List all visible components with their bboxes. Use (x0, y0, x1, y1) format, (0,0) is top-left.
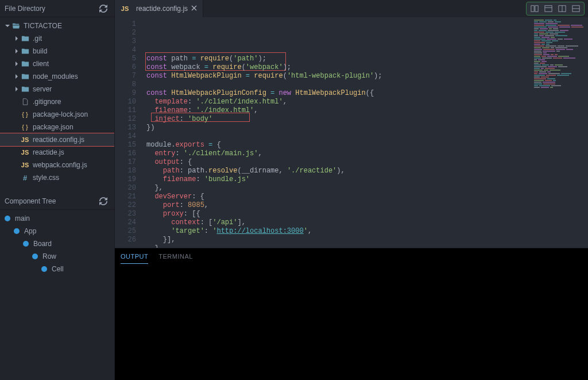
component-name: App (24, 227, 36, 235)
close-icon (191, 5, 197, 11)
terminal-tab[interactable]: TERMINAL (158, 250, 193, 263)
line-number: 12 (115, 115, 136, 124)
chevron-down-icon (5, 24, 10, 28)
code-line[interactable]: module.exports = { (141, 141, 588, 149)
line-number: 25 (115, 227, 136, 236)
code-line[interactable]: const HtmlWebpackPlugin = require('html-… (141, 72, 588, 80)
layout-button-2[interactable] (556, 3, 568, 14)
folder-icon (21, 60, 29, 68)
line-number: 23 (115, 210, 136, 218)
code-line[interactable]: filename: './index.html', (141, 106, 588, 115)
file-icon (21, 98, 29, 106)
line-number: 20 (115, 184, 136, 193)
layout-button-1[interactable] (543, 3, 554, 14)
chevron-right-icon (14, 36, 20, 41)
refresh-icon (99, 197, 107, 205)
file-tree-item[interactable]: { }package-lock.json (0, 108, 114, 121)
output-tab[interactable]: OUTPUT (121, 250, 148, 264)
minimap[interactable] (531, 17, 588, 248)
file-name: reactide.config.js (33, 136, 84, 144)
component-tree-item[interactable]: App (0, 225, 114, 237)
file-tree-item[interactable]: { }package.json (0, 121, 114, 133)
node-dot-icon (14, 228, 20, 234)
file-name: node_modules (33, 72, 78, 80)
close-tab-button[interactable] (191, 5, 197, 13)
chevron-right-icon (14, 62, 20, 66)
component-name: Row (42, 252, 56, 260)
bottom-panel: OUTPUT TERMINAL (115, 248, 588, 380)
split-vertical-button[interactable] (529, 3, 540, 14)
layout-button-3[interactable] (570, 3, 582, 14)
folder-icon (21, 47, 29, 56)
code-line[interactable]: }, (141, 184, 588, 193)
file-name: server (33, 85, 52, 93)
code-line[interactable]: path: path.resolve(__dirname, './reactid… (141, 167, 588, 175)
code-line[interactable] (141, 132, 588, 141)
file-name: build (33, 47, 47, 55)
code-line[interactable] (141, 80, 588, 89)
line-number: 19 (115, 175, 136, 184)
file-tree-root-label: TICTACTOE (24, 22, 62, 30)
code-line[interactable]: inject: 'body' (141, 115, 588, 124)
component-tree-item[interactable]: Row (0, 250, 114, 263)
code-line[interactable]: output: { (141, 158, 588, 167)
code-line[interactable]: devServer: { (141, 193, 588, 201)
component-name: Cell (52, 265, 64, 273)
code-line[interactable]: filename: 'bundle.js' (141, 175, 588, 184)
code-line[interactable]: const webpack = require('webpack'); (141, 63, 588, 72)
bottom-panel-tabs: OUTPUT TERMINAL (115, 248, 588, 264)
file-tree-item[interactable]: build (0, 45, 114, 57)
refresh-file-tree-button[interactable] (97, 2, 110, 15)
line-number: 5 (115, 55, 136, 63)
component-tree-header: Component Tree (0, 193, 114, 210)
file-tree-item[interactable]: JSwebpack.config.js (0, 159, 114, 171)
layout-icon (558, 5, 566, 13)
code-line[interactable]: }], (141, 236, 588, 244)
code-line[interactable]: const path = require('path'); (141, 55, 588, 63)
line-number: 18 (115, 167, 136, 175)
tab-reactide-config[interactable]: JS reactide.config.js (115, 0, 203, 17)
line-number: 9 (115, 89, 136, 98)
code-line[interactable]: template: './client/index.html', (141, 98, 588, 106)
file-tree-item[interactable]: JSreactide.config.js (0, 133, 114, 146)
node-dot-icon (32, 254, 38, 259)
css-file-icon: # (21, 174, 29, 182)
code-line[interactable]: const HtmlWebpackPluginConfig = new Html… (141, 89, 588, 98)
code-line[interactable]: port: 8085, (141, 201, 588, 210)
file-name: webpack.config.js (33, 161, 87, 169)
component-tree-item[interactable]: Cell (0, 263, 114, 275)
code-line[interactable]: 'target': 'http://localhost:3000', (141, 227, 588, 236)
component-tree-item[interactable]: main (0, 212, 114, 225)
code-line[interactable]: proxy: [{ (141, 210, 588, 218)
code-line[interactable]: context: ['/api'], (141, 218, 588, 227)
file-tree-item[interactable]: #style.css (0, 171, 114, 184)
file-tree-item[interactable]: JSreactide.js (0, 146, 114, 159)
line-number: 3 (115, 37, 136, 46)
node-dot-icon (5, 216, 10, 221)
code-line[interactable]: }, (141, 244, 588, 248)
file-tree-item[interactable]: .git (0, 32, 114, 45)
js-file-icon: JS (21, 136, 29, 144)
svg-rect-0 (531, 6, 534, 12)
refresh-component-tree-button[interactable] (97, 195, 110, 208)
file-tree-item[interactable]: node_modules (0, 70, 114, 83)
code-area[interactable]: const path = require('path');const webpa… (141, 17, 588, 248)
line-number: 21 (115, 193, 136, 201)
tab-label: reactide.config.js (136, 5, 188, 13)
file-tree-root[interactable]: TICTACTOE (0, 20, 114, 32)
line-number: 26 (115, 236, 136, 244)
js-file-icon: JS (121, 5, 129, 13)
json-file-icon: { } (21, 123, 29, 132)
code-line[interactable]: }) (141, 124, 588, 132)
file-tree-item[interactable]: .gitignore (0, 95, 114, 108)
line-number: 10 (115, 98, 136, 106)
code-editor[interactable]: 1234567891011121314151617181920212223242… (115, 17, 588, 248)
line-number: 24 (115, 218, 136, 227)
line-number: 16 (115, 149, 136, 158)
code-line[interactable]: entry: './client/main.js', (141, 149, 588, 158)
file-tree-item[interactable]: client (0, 57, 114, 70)
file-tree-item[interactable]: server (0, 83, 114, 95)
component-tree-item[interactable]: Board (0, 237, 114, 250)
line-number: 14 (115, 132, 136, 141)
folder-icon (21, 72, 29, 81)
